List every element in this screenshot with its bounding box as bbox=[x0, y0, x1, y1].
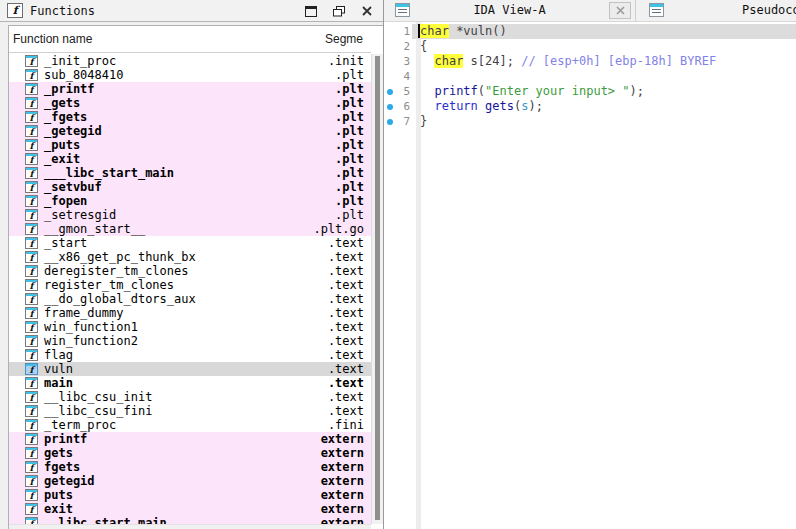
function-row[interactable]: fflag.text bbox=[9, 348, 371, 362]
code-text: printf("Enter your input> "); bbox=[412, 84, 796, 99]
function-icon: f bbox=[25, 391, 38, 403]
function-icon: f bbox=[25, 489, 38, 501]
function-row[interactable]: f___libc_start_main.plt bbox=[9, 166, 371, 180]
function-icon: f bbox=[25, 349, 38, 361]
function-row[interactable]: f_term_proc.fini bbox=[9, 418, 371, 432]
function-row[interactable]: f_exit.plt bbox=[9, 152, 371, 166]
function-row[interactable]: f_fgets.plt bbox=[9, 110, 371, 124]
function-icon: f bbox=[25, 307, 38, 319]
functions-window-title: Functions bbox=[30, 0, 95, 22]
function-row[interactable]: fvuln.text bbox=[9, 362, 371, 376]
function-icon: f bbox=[25, 97, 38, 109]
function-row[interactable]: f_gets.plt bbox=[9, 96, 371, 110]
code-token: return bbox=[434, 99, 477, 113]
function-segment: .text bbox=[328, 348, 364, 362]
code-line[interactable]: 2{ bbox=[384, 39, 796, 54]
vertical-scrollbar[interactable] bbox=[371, 54, 383, 524]
function-row[interactable]: fwin_function1.text bbox=[9, 320, 371, 334]
function-name: __libc_start_main bbox=[44, 516, 167, 524]
function-name: register_tm_clones bbox=[44, 278, 174, 292]
function-row[interactable]: f_puts.plt bbox=[9, 138, 371, 152]
column-function-name[interactable]: Function name bbox=[13, 32, 92, 46]
close-icon[interactable] bbox=[359, 3, 375, 19]
function-segment: .plt bbox=[335, 152, 364, 166]
function-row[interactable]: f_setresgid.plt bbox=[9, 208, 371, 222]
tab-ida-view-a[interactable]: IDA View-A bbox=[384, 0, 636, 21]
function-name: win_function2 bbox=[44, 334, 138, 348]
function-row[interactable]: f__libc_csu_fini.text bbox=[9, 404, 371, 418]
function-row[interactable]: fprintfextern bbox=[9, 432, 371, 446]
function-list-header[interactable]: Function name Segme bbox=[9, 26, 371, 53]
function-name: vuln bbox=[44, 362, 73, 376]
tab-pseudocode-a[interactable]: Pseudocode-A bbox=[636, 0, 796, 21]
function-icon: f bbox=[25, 279, 38, 291]
function-segment: .text bbox=[328, 334, 364, 348]
functions-window: f Functions Function name Segme f_init_p… bbox=[0, 0, 384, 529]
function-segment: .text bbox=[328, 362, 364, 376]
function-row[interactable]: ffgetsextern bbox=[9, 460, 371, 474]
line-number: 2 bbox=[384, 39, 410, 54]
function-row[interactable]: fgetsextern bbox=[9, 446, 371, 460]
function-segment: extern bbox=[321, 502, 364, 516]
function-icon: f bbox=[25, 251, 38, 263]
code-line[interactable]: 1char *vuln() bbox=[384, 24, 796, 39]
function-name: __do_global_dtors_aux bbox=[44, 292, 196, 306]
function-row[interactable]: fputsextern bbox=[9, 488, 371, 502]
function-icon: f bbox=[25, 293, 38, 305]
code-token: s[24]; bbox=[463, 54, 521, 68]
horizontal-scrollbar[interactable] bbox=[9, 524, 371, 529]
pseudocode-view[interactable]: 1char *vuln()2{3 char s[24]; // [esp+0h]… bbox=[384, 22, 796, 529]
function-segment: .text bbox=[328, 306, 364, 320]
vertical-scrollbar-thumb[interactable] bbox=[375, 56, 380, 520]
maximize-icon[interactable] bbox=[303, 3, 319, 19]
code-token: "Enter your input> " bbox=[485, 84, 630, 98]
function-icon: f bbox=[25, 447, 38, 459]
function-row[interactable]: f__libc_csu_init.text bbox=[9, 390, 371, 404]
float-window-icon[interactable] bbox=[331, 3, 347, 19]
tab-close-icon[interactable] bbox=[609, 2, 631, 19]
function-row[interactable]: f_init_proc.init bbox=[9, 54, 371, 68]
functions-window-icon: f bbox=[7, 3, 23, 18]
function-row[interactable]: f_fopen.plt bbox=[9, 194, 371, 208]
function-segment: extern bbox=[321, 432, 364, 446]
function-segment: .plt bbox=[335, 110, 364, 124]
function-row[interactable]: fexitextern bbox=[9, 502, 371, 516]
column-segment[interactable]: Segme bbox=[325, 32, 363, 46]
function-row[interactable]: fregister_tm_clones.text bbox=[9, 278, 371, 292]
code-line[interactable]: 5 printf("Enter your input> "); bbox=[384, 84, 796, 99]
code-line[interactable]: 4 bbox=[384, 69, 796, 84]
function-row[interactable]: f__x86_get_pc_thunk_bx.text bbox=[9, 250, 371, 264]
code-token bbox=[420, 99, 434, 113]
function-icon: f bbox=[25, 83, 38, 95]
function-row[interactable]: fwin_function2.text bbox=[9, 334, 371, 348]
function-segment: .text bbox=[328, 236, 364, 250]
function-row[interactable]: f__do_global_dtors_aux.text bbox=[9, 292, 371, 306]
function-icon: f bbox=[25, 321, 38, 333]
code-line[interactable]: 6 return gets(s); bbox=[384, 99, 796, 114]
function-row[interactable]: fframe_dummy.text bbox=[9, 306, 371, 320]
function-row[interactable]: fgetegidextern bbox=[9, 474, 371, 488]
function-segment: extern bbox=[321, 446, 364, 460]
function-row[interactable]: f_setvbuf.plt bbox=[9, 180, 371, 194]
function-row[interactable]: f__libc_start_mainextern bbox=[9, 516, 371, 524]
code-token: ); bbox=[630, 84, 644, 98]
code-text bbox=[412, 69, 796, 84]
function-segment: .plt bbox=[335, 208, 364, 222]
code-token: ); bbox=[528, 99, 542, 113]
function-row[interactable]: f_getegid.plt bbox=[9, 124, 371, 138]
code-token: } bbox=[420, 114, 427, 128]
function-row[interactable]: f_printf.plt bbox=[9, 82, 371, 96]
function-row[interactable]: fderegister_tm_clones.text bbox=[9, 264, 371, 278]
function-row[interactable]: f__gmon_start__.plt.go bbox=[9, 222, 371, 236]
highlighted-token: char bbox=[434, 54, 463, 68]
function-icon: f bbox=[25, 181, 38, 193]
function-name: getegid bbox=[44, 474, 95, 488]
line-number: 1 bbox=[384, 24, 410, 39]
function-row[interactable]: f_start.text bbox=[9, 236, 371, 250]
function-name: flag bbox=[44, 348, 73, 362]
function-row[interactable]: fmain.text bbox=[9, 376, 371, 390]
functions-titlebar[interactable]: f Functions bbox=[0, 0, 383, 22]
function-row[interactable]: fsub_8048410.plt bbox=[9, 68, 371, 82]
code-line[interactable]: 7} bbox=[384, 114, 796, 129]
code-line[interactable]: 3 char s[24]; // [esp+0h] [ebp-18h] BYRE… bbox=[384, 54, 796, 69]
